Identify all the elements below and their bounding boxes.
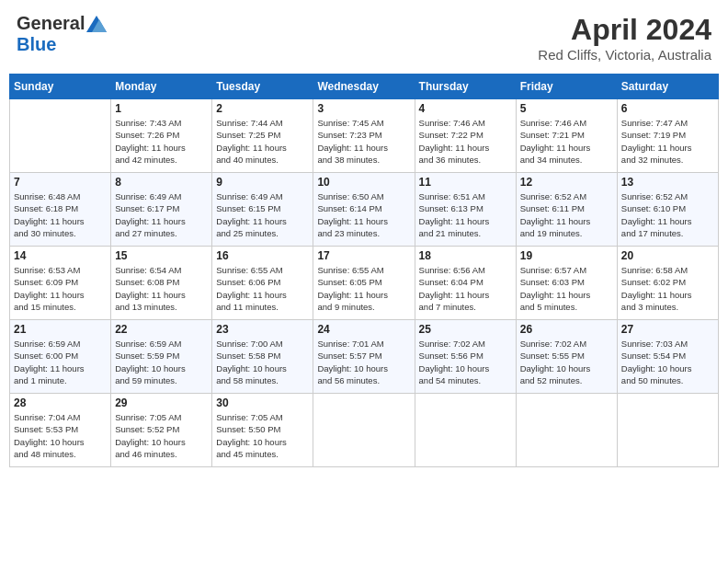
weekday-header-saturday: Saturday [617,75,718,99]
day-info: Sunrise: 6:51 AM Sunset: 6:13 PM Dayligh… [419,190,512,239]
logo-general-text: General [17,13,85,34]
weekday-header-row: SundayMondayTuesdayWednesdayThursdayFrid… [10,75,719,99]
day-number: 22 [115,323,208,336]
day-number: 21 [14,323,107,336]
calendar-cell: 5Sunrise: 7:46 AM Sunset: 7:21 PM Daylig… [516,99,617,173]
calendar-cell [313,394,415,467]
calendar-cell: 28Sunrise: 7:04 AM Sunset: 5:53 PM Dayli… [10,394,111,467]
calendar-cell: 4Sunrise: 7:46 AM Sunset: 7:22 PM Daylig… [415,99,516,173]
day-info: Sunrise: 7:03 AM Sunset: 5:54 PM Dayligh… [621,338,714,386]
calendar-cell [415,394,516,467]
day-number: 19 [520,249,613,262]
day-info: Sunrise: 6:54 AM Sunset: 6:08 PM Dayligh… [115,264,208,313]
day-number: 11 [419,176,512,189]
week-row-3: 14Sunrise: 6:53 AM Sunset: 6:09 PM Dayli… [10,247,719,320]
day-number: 12 [520,176,613,189]
calendar-cell: 1Sunrise: 7:43 AM Sunset: 7:26 PM Daylig… [111,99,212,173]
calendar-cell [10,99,111,173]
day-info: Sunrise: 7:47 AM Sunset: 7:19 PM Dayligh… [621,117,714,166]
calendar-cell: 25Sunrise: 7:02 AM Sunset: 5:56 PM Dayli… [415,320,516,394]
weekday-header-sunday: Sunday [10,75,111,99]
day-number: 18 [419,249,512,262]
calendar-cell: 11Sunrise: 6:51 AM Sunset: 6:13 PM Dayli… [415,173,516,247]
week-row-1: 1Sunrise: 7:43 AM Sunset: 7:26 PM Daylig… [10,99,719,173]
calendar-cell: 22Sunrise: 6:59 AM Sunset: 5:59 PM Dayli… [111,320,212,394]
day-info: Sunrise: 7:00 AM Sunset: 5:58 PM Dayligh… [216,338,309,386]
day-info: Sunrise: 7:02 AM Sunset: 5:55 PM Dayligh… [520,338,613,386]
day-info: Sunrise: 7:05 AM Sunset: 5:50 PM Dayligh… [216,411,309,460]
day-number: 24 [317,323,410,336]
week-row-4: 21Sunrise: 6:59 AM Sunset: 6:00 PM Dayli… [10,320,719,394]
day-info: Sunrise: 6:55 AM Sunset: 6:06 PM Dayligh… [216,264,309,313]
calendar-cell: 13Sunrise: 6:52 AM Sunset: 6:10 PM Dayli… [617,173,718,247]
calendar-cell: 3Sunrise: 7:45 AM Sunset: 7:23 PM Daylig… [313,99,415,173]
day-info: Sunrise: 6:58 AM Sunset: 6:02 PM Dayligh… [621,264,714,313]
day-number: 17 [317,249,410,262]
day-number: 15 [115,249,208,262]
calendar-cell: 29Sunrise: 7:05 AM Sunset: 5:52 PM Dayli… [111,394,212,467]
day-info: Sunrise: 7:04 AM Sunset: 5:53 PM Dayligh… [14,411,107,460]
calendar-cell: 15Sunrise: 6:54 AM Sunset: 6:08 PM Dayli… [111,247,212,320]
day-number: 30 [216,396,309,409]
day-info: Sunrise: 6:49 AM Sunset: 6:17 PM Dayligh… [115,190,208,239]
day-info: Sunrise: 7:44 AM Sunset: 7:25 PM Dayligh… [216,117,309,166]
day-number: 2 [216,102,309,115]
calendar-cell: 30Sunrise: 7:05 AM Sunset: 5:50 PM Dayli… [212,394,313,467]
location-title: Red Cliffs, Victoria, Australia [538,47,711,63]
day-info: Sunrise: 7:43 AM Sunset: 7:26 PM Dayligh… [115,117,208,166]
weekday-header-wednesday: Wednesday [313,75,415,99]
calendar-cell: 26Sunrise: 7:02 AM Sunset: 5:55 PM Dayli… [516,320,617,394]
calendar-cell: 10Sunrise: 6:50 AM Sunset: 6:14 PM Dayli… [313,173,415,247]
calendar-cell: 24Sunrise: 7:01 AM Sunset: 5:57 PM Dayli… [313,320,415,394]
calendar-cell: 2Sunrise: 7:44 AM Sunset: 7:25 PM Daylig… [212,99,313,173]
logo-blue-text: Blue [17,34,56,55]
weekday-header-friday: Friday [516,75,617,99]
day-number: 16 [216,249,309,262]
calendar-cell: 12Sunrise: 6:52 AM Sunset: 6:11 PM Dayli… [516,173,617,247]
day-number: 1 [115,102,208,115]
title-area: April 2024 Red Cliffs, Victoria, Austral… [538,13,711,63]
day-info: Sunrise: 6:49 AM Sunset: 6:15 PM Dayligh… [216,190,309,239]
calendar-cell: 21Sunrise: 6:59 AM Sunset: 6:00 PM Dayli… [10,320,111,394]
day-number: 23 [216,323,309,336]
day-info: Sunrise: 7:01 AM Sunset: 5:57 PM Dayligh… [317,338,410,386]
day-info: Sunrise: 7:46 AM Sunset: 7:22 PM Dayligh… [419,117,512,166]
calendar-cell [617,394,718,467]
calendar-cell: 19Sunrise: 6:57 AM Sunset: 6:03 PM Dayli… [516,247,617,320]
calendar-cell: 17Sunrise: 6:55 AM Sunset: 6:05 PM Dayli… [313,247,415,320]
day-info: Sunrise: 6:50 AM Sunset: 6:14 PM Dayligh… [317,190,410,239]
day-info: Sunrise: 6:52 AM Sunset: 6:10 PM Dayligh… [621,190,714,239]
calendar-cell: 18Sunrise: 6:56 AM Sunset: 6:04 PM Dayli… [415,247,516,320]
day-info: Sunrise: 7:45 AM Sunset: 7:23 PM Dayligh… [317,117,410,166]
day-info: Sunrise: 7:02 AM Sunset: 5:56 PM Dayligh… [419,338,512,386]
day-info: Sunrise: 6:57 AM Sunset: 6:03 PM Dayligh… [520,264,613,313]
calendar-cell: 6Sunrise: 7:47 AM Sunset: 7:19 PM Daylig… [617,99,718,173]
day-number: 5 [520,102,613,115]
day-info: Sunrise: 6:52 AM Sunset: 6:11 PM Dayligh… [520,190,613,239]
day-number: 20 [621,249,714,262]
day-number: 8 [115,176,208,189]
month-title: April 2024 [538,13,711,47]
day-info: Sunrise: 6:59 AM Sunset: 6:00 PM Dayligh… [14,338,107,386]
day-info: Sunrise: 7:05 AM Sunset: 5:52 PM Dayligh… [115,411,208,460]
weekday-header-monday: Monday [111,75,212,99]
day-info: Sunrise: 7:46 AM Sunset: 7:21 PM Dayligh… [520,117,613,166]
day-number: 26 [520,323,613,336]
calendar-cell: 23Sunrise: 7:00 AM Sunset: 5:58 PM Dayli… [212,320,313,394]
day-number: 4 [419,102,512,115]
day-number: 10 [317,176,410,189]
calendar-cell: 27Sunrise: 7:03 AM Sunset: 5:54 PM Dayli… [617,320,718,394]
day-number: 28 [14,396,107,409]
day-number: 27 [621,323,714,336]
weekday-header-tuesday: Tuesday [212,75,313,99]
calendar-cell: 8Sunrise: 6:49 AM Sunset: 6:17 PM Daylig… [111,173,212,247]
weekday-header-thursday: Thursday [415,75,516,99]
calendar-cell: 14Sunrise: 6:53 AM Sunset: 6:09 PM Dayli… [10,247,111,320]
day-info: Sunrise: 6:53 AM Sunset: 6:09 PM Dayligh… [14,264,107,313]
day-number: 13 [621,176,714,189]
calendar-table: SundayMondayTuesdayWednesdayThursdayFrid… [9,74,719,467]
logo: General Blue [17,13,107,55]
day-info: Sunrise: 6:48 AM Sunset: 6:18 PM Dayligh… [14,190,107,239]
header: General Blue April 2024 Red Cliffs, Vict… [9,9,719,66]
day-number: 7 [14,176,107,189]
